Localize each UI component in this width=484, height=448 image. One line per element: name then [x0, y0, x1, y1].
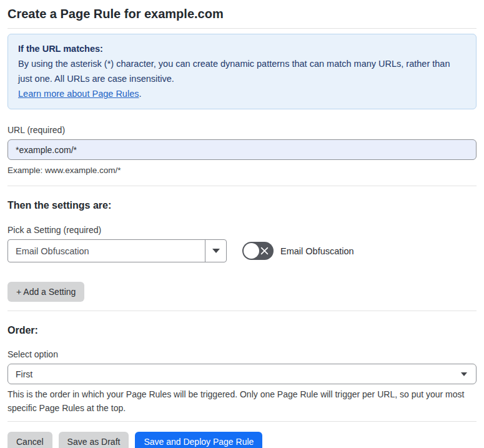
email-obfuscation-toggle-group: Email Obfuscation — [242, 242, 354, 260]
setting-select-arrow-box[interactable] — [205, 240, 226, 262]
page-rule-form: Create a Page Rule for example.com If th… — [0, 0, 484, 448]
toggle-off-x-icon — [257, 244, 271, 257]
info-box-body: By using the asterisk (*) character, you… — [18, 56, 466, 86]
url-field-label: URL (required) — [7, 125, 477, 136]
order-section-heading: Order: — [7, 324, 477, 337]
url-example-text: Example: www.example.com/* — [7, 164, 477, 177]
chevron-down-icon — [212, 249, 220, 253]
learn-more-link[interactable]: Learn more about Page Rules — [18, 89, 139, 99]
email-obfuscation-toggle[interactable] — [242, 242, 274, 260]
order-select-label: Select option — [7, 349, 477, 360]
link-suffix: . — [139, 89, 141, 99]
save-draft-button[interactable]: Save as Draft — [59, 432, 129, 448]
settings-section-heading: Then the settings are: — [7, 199, 477, 212]
url-match-info-box: If the URL matches: By using the asteris… — [7, 34, 477, 109]
toggle-label: Email Obfuscation — [280, 246, 354, 256]
setting-select-value: Email Obfuscation — [8, 240, 205, 262]
cancel-button[interactable]: Cancel — [7, 432, 52, 448]
add-setting-button[interactable]: + Add a Setting — [7, 282, 84, 302]
setting-row: Email Obfuscation Email Obfuscation — [7, 239, 477, 262]
url-input[interactable] — [7, 139, 477, 160]
chevron-down-icon — [461, 372, 467, 376]
footer-actions: Cancel Save as Draft Save and Deploy Pag… — [7, 432, 477, 448]
section-divider-2 — [7, 311, 477, 311]
setting-picker-label: Pick a Setting (required) — [7, 225, 477, 236]
info-box-link-line: Learn more about Page Rules. — [18, 86, 466, 101]
section-divider — [7, 186, 477, 186]
order-select[interactable]: First — [7, 364, 477, 384]
page-title: Create a Page Rule for example.com — [7, 5, 477, 22]
order-select-value: First — [16, 369, 32, 379]
info-box-heading: If the URL matches: — [18, 41, 466, 56]
setting-select[interactable]: Email Obfuscation — [7, 239, 227, 262]
save-deploy-button[interactable]: Save and Deploy Page Rule — [135, 432, 262, 448]
title-divider — [7, 28, 477, 29]
footer-divider — [7, 421, 477, 422]
order-help-text: This is the order in which your Page Rul… — [7, 387, 477, 415]
